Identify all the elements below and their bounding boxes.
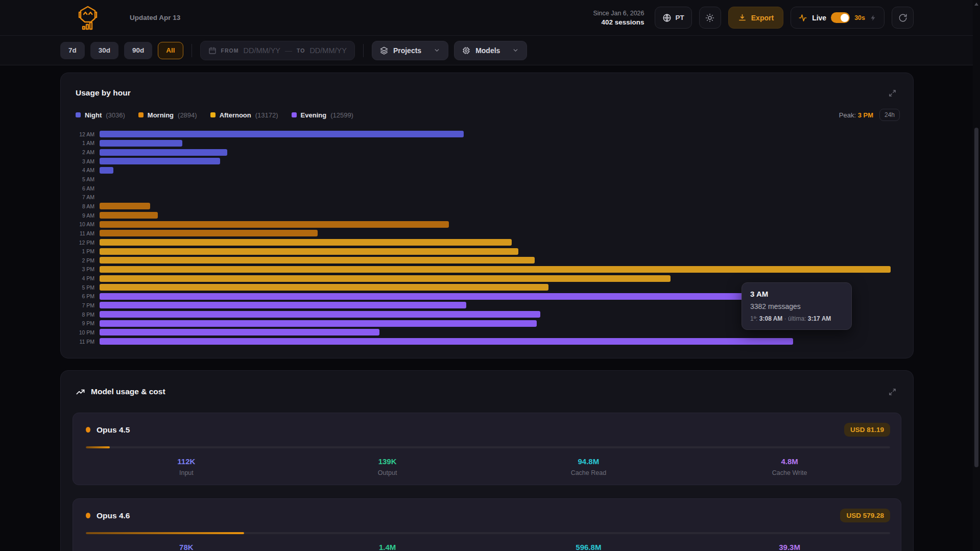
legend-swatch [138, 112, 144, 117]
usage-bar[interactable] [100, 257, 535, 263]
hour-label: 12 PM [76, 239, 100, 246]
usage-bar[interactable] [100, 293, 824, 300]
chevron-down-icon [434, 47, 440, 54]
range-filter-7d[interactable]: 7d [60, 42, 85, 59]
date-range-dash: — [285, 46, 292, 55]
chart-row: 3 AM [76, 157, 891, 166]
bar-track [100, 149, 891, 156]
updated-label: Updated Apr 13 [130, 14, 180, 21]
filter-bar: 7d30d90dAll FROM DD/MM/YY — TO DD/MM/YY … [0, 36, 980, 65]
chart-row: 8 AM [76, 202, 891, 211]
legend-item-afternoon[interactable]: Afternoon(13172) [210, 111, 278, 119]
date-from-value[interactable]: DD/MM/YY [243, 46, 280, 55]
usage-bar[interactable] [100, 329, 379, 336]
cpu-icon [462, 46, 470, 55]
legend-item-evening[interactable]: Evening(12599) [292, 111, 353, 119]
chart-row: 4 AM [76, 166, 891, 175]
legend-count: (12599) [330, 111, 353, 119]
usage-bar[interactable] [100, 239, 512, 246]
sessions-count: 402 sessions [593, 18, 644, 26]
chart-row: 12 AM [76, 130, 891, 139]
usage-bar[interactable] [100, 311, 540, 318]
models-card-title: Model usage & cost [91, 387, 165, 396]
projects-dropdown[interactable]: Projects [372, 41, 448, 60]
stat-label: Cache Write [689, 469, 890, 476]
legend-count: (13172) [255, 111, 278, 119]
stat-value: 94.8M [488, 457, 689, 466]
bar-track [100, 212, 891, 219]
scrollbar-up-arrow[interactable] [974, 3, 978, 6]
date-to-value[interactable]: DD/MM/YY [309, 46, 347, 55]
chart-row: 12 PM [76, 238, 891, 247]
chevron-down-icon [512, 47, 519, 54]
live-toggle[interactable] [831, 12, 850, 23]
usage-bar[interactable] [100, 230, 318, 236]
since-label: Since Jan 6, 2026 [593, 10, 644, 17]
hour-label: 1 AM [76, 140, 100, 146]
bar-track [100, 158, 891, 164]
peak-label: Peak: [839, 111, 856, 119]
language-button[interactable]: PT [655, 7, 692, 29]
range-button-group: 7d30d90dAll [60, 42, 183, 59]
usage-bar[interactable] [100, 167, 113, 174]
hour-label: 1 PM [76, 248, 100, 254]
usage-bar[interactable] [100, 140, 182, 147]
stat-cache-read: 596.8MCache Read [488, 543, 689, 551]
usage-bar[interactable] [100, 338, 793, 345]
page-scrollbar[interactable] [973, 0, 980, 551]
date-to-label: TO [297, 47, 305, 54]
usage-bar[interactable] [100, 149, 227, 156]
model-cost-badge: USD 579.28 [840, 509, 890, 522]
expand-icon[interactable] [885, 85, 900, 101]
bar-track [100, 239, 891, 246]
scrollbar-thumb[interactable] [974, 128, 978, 467]
bar-track [100, 140, 891, 147]
usage-bar[interactable] [100, 275, 671, 282]
usage-bar[interactable] [100, 212, 158, 219]
models-dropdown[interactable]: Models [454, 41, 527, 60]
usage-bar[interactable] [100, 302, 466, 308]
usage-bar[interactable] [100, 158, 220, 164]
range-filter-all[interactable]: All [158, 42, 183, 59]
expand-icon[interactable] [885, 384, 900, 399]
bar-track [100, 257, 891, 263]
bar-track [100, 194, 891, 201]
model-usage-track [86, 532, 890, 534]
refresh-button[interactable] [892, 7, 914, 29]
usage-bar[interactable] [100, 320, 537, 327]
legend-item-night[interactable]: Night(3036) [76, 111, 125, 119]
usage-bar[interactable] [100, 131, 464, 137]
model-stats: 112KInput139KOutput94.8MCache Read4.8MCa… [86, 457, 890, 476]
bar-track [100, 338, 891, 345]
bar-track [100, 248, 891, 255]
chart-row: 11 AM [76, 229, 891, 238]
range-filter-30d[interactable]: 30d [90, 42, 118, 59]
legend-name: Evening [301, 111, 327, 119]
model-usage-card: Model usage & cost Opus 4.5USD 81.19112K… [60, 370, 914, 551]
hour-label: 3 PM [76, 266, 100, 272]
refresh-icon [898, 13, 907, 22]
stat-cache-write: 4.8MCache Write [689, 457, 890, 476]
theme-toggle-button[interactable] [699, 7, 721, 29]
usage-bar[interactable] [100, 203, 150, 209]
app-logo [77, 5, 99, 31]
usage-bar[interactable] [100, 248, 518, 255]
hour-label: 10 AM [76, 221, 100, 227]
calendar-icon [208, 46, 217, 55]
top-strip: Updated Apr 13 Since Jan 6, 2026 402 ses… [0, 0, 980, 65]
date-range-input[interactable]: FROM DD/MM/YY — TO DD/MM/YY [200, 41, 355, 60]
stat-label: Output [287, 469, 488, 476]
stat-value: 112K [86, 457, 287, 466]
export-button[interactable]: Export [728, 7, 783, 29]
tooltip-times: 1ª: 3:08 AM · última: 3:17 AM [750, 315, 843, 322]
live-group: Live 30s [791, 7, 885, 29]
usage-bar[interactable] [100, 221, 449, 228]
legend-swatch [292, 112, 297, 117]
hour-label: 8 AM [76, 203, 100, 209]
range-filter-90d[interactable]: 90d [124, 42, 152, 59]
hour-label: 6 PM [76, 293, 100, 299]
usage-bar[interactable] [100, 266, 891, 273]
usage-bar[interactable] [100, 284, 548, 291]
divider [363, 44, 364, 57]
legend-item-morning[interactable]: Morning(2894) [138, 111, 197, 119]
